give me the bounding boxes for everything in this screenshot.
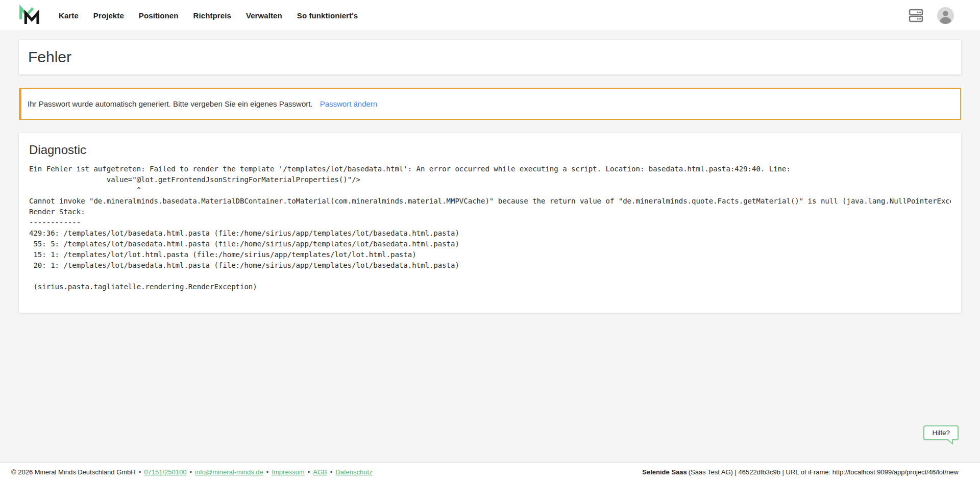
footer-phone-link[interactable]: 07151/250100 <box>144 468 186 476</box>
tenant-info: (Saas Test AG) | 46522dfb3c9b | URL of i… <box>689 468 959 476</box>
footer-impressum-link[interactable]: Impressum <box>272 468 304 476</box>
footer-separator: • <box>266 468 269 476</box>
help-bubble[interactable]: Hilfe? <box>923 425 959 440</box>
footer-left: © 2026 Mineral Minds Deutschland GmbH • … <box>11 468 373 476</box>
help-bubble-label: Hilfe? <box>932 429 950 437</box>
brand-logo[interactable] <box>19 5 39 26</box>
user-avatar-icon[interactable] <box>937 7 954 24</box>
nav-item-projekte[interactable]: Projekte <box>93 11 124 20</box>
nav-item-positionen[interactable]: Positionen <box>139 11 179 20</box>
password-alert: Ihr Passwort wurde automatisch generiert… <box>19 88 961 120</box>
diagnostic-title: Diagnostic <box>29 142 951 158</box>
footer-email-link[interactable]: info@mineral-minds.de <box>195 468 263 476</box>
footer-separator: • <box>189 468 192 476</box>
footer: © 2026 Mineral Minds Deutschland GmbH • … <box>0 462 980 481</box>
nav-item-karte[interactable]: Karte <box>59 11 79 20</box>
main-content: Fehler Ihr Passwort wurde automatisch ge… <box>0 31 980 313</box>
dns-servers-icon[interactable] <box>909 8 923 23</box>
nav-item-richtpreis[interactable]: Richtpreis <box>193 11 231 20</box>
footer-right: Selenide Saas (Saas Test AG) | 46522dfb3… <box>642 468 959 476</box>
tenant-name: Selenide Saas <box>642 468 687 476</box>
page-title: Fehler <box>28 48 952 66</box>
main-nav: Karte Projekte Positionen Richtpreis Ver… <box>59 11 358 20</box>
page-title-card: Fehler <box>19 40 961 74</box>
nav-item-so-funktionierts[interactable]: So funktioniert's <box>297 11 358 20</box>
footer-separator: • <box>308 468 310 476</box>
copyright-text: © 2026 Mineral Minds Deutschland GmbH <box>11 468 136 476</box>
footer-datenschutz-link[interactable]: Datenschutz <box>335 468 372 476</box>
change-password-link[interactable]: Passwort ändern <box>320 99 378 108</box>
footer-separator: • <box>139 468 141 476</box>
mineral-minds-logo-icon <box>19 5 39 26</box>
nav-item-verwalten[interactable]: Verwalten <box>246 11 282 20</box>
footer-separator: • <box>330 468 333 476</box>
header-icons <box>909 7 954 24</box>
diagnostic-card: Diagnostic Ein Fehler ist aufgetreten: F… <box>19 133 961 313</box>
footer-agb-link[interactable]: AGB <box>313 468 327 476</box>
alert-message: Ihr Passwort wurde automatisch generiert… <box>28 99 313 108</box>
top-nav-bar: Karte Projekte Positionen Richtpreis Ver… <box>0 0 980 31</box>
diagnostic-output: Ein Fehler ist aufgetreten: Failed to re… <box>29 164 951 292</box>
